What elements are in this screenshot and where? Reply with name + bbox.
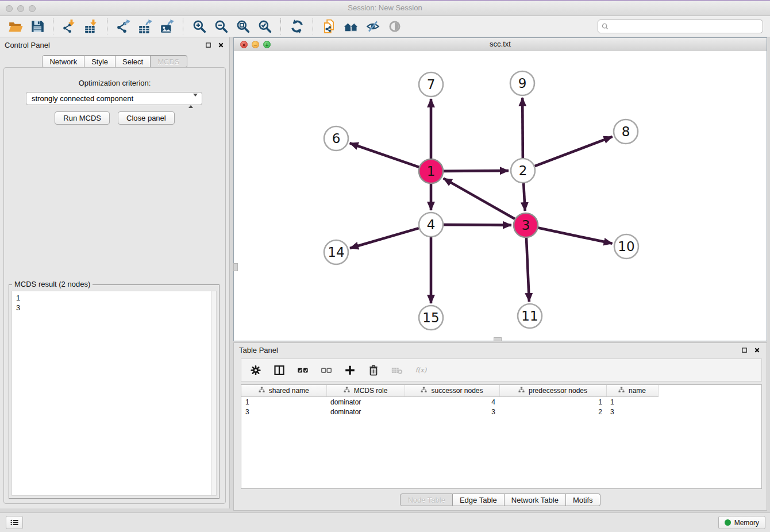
result-scrollbar[interactable] [211, 291, 216, 495]
tab-select[interactable]: Select [116, 55, 151, 68]
zoom-selected-icon[interactable] [256, 18, 274, 35]
float-table-panel-icon[interactable] [740, 346, 748, 354]
zoom-in-icon[interactable] [191, 18, 208, 35]
table-cell[interactable]: 3 [606, 407, 658, 417]
criterion-dropdown-value: strongly connected component [32, 94, 133, 103]
tab-edge-table[interactable]: Edge Table [453, 494, 505, 506]
clone-network-icon[interactable] [321, 18, 338, 35]
graph-edge-2-9[interactable] [522, 98, 523, 158]
hide-selected-icon[interactable] [364, 18, 382, 35]
close-panel-button[interactable]: Close panel [118, 111, 175, 125]
criterion-dropdown[interactable]: strongly connected component [26, 92, 202, 105]
tree-icon [421, 387, 427, 395]
tab-style[interactable]: Style [84, 55, 116, 68]
table-panel-tabs: Node TableEdge TableNetwork TableMotifs [400, 494, 600, 506]
table-cell[interactable]: 3 [405, 407, 499, 417]
table-panel-title: Table Panel [239, 346, 278, 354]
table-row[interactable]: 3dominator323 [241, 407, 658, 417]
table-cell[interactable]: dominator [326, 407, 405, 417]
select-all-rows-icon[interactable] [295, 363, 310, 377]
column-header-shared-name[interactable]: shared name [241, 385, 326, 397]
show-columns-icon[interactable] [272, 363, 287, 377]
graph-node-15[interactable]: 15 [419, 306, 443, 330]
export-network-icon[interactable] [115, 18, 132, 35]
table-row[interactable]: 1dominator411 [241, 397, 658, 407]
column-header-name[interactable]: name [606, 385, 658, 397]
graph-node-7[interactable]: 7 [419, 72, 443, 97]
toolbar-separator [280, 18, 282, 34]
graph-node-3[interactable]: 3 [514, 213, 538, 237]
graph-edge-3-1[interactable] [444, 178, 515, 219]
tab-network-table[interactable]: Network Table [505, 494, 566, 506]
search-input[interactable] [598, 20, 763, 33]
graph-node-9[interactable]: 9 [510, 71, 534, 95]
tab-network[interactable]: Network [42, 55, 84, 68]
graph-node-10[interactable]: 10 [614, 234, 638, 259]
graph-edge-3-11[interactable] [526, 238, 529, 302]
open-file-icon[interactable] [7, 18, 24, 35]
graph-edge-4-3[interactable] [444, 225, 511, 225]
graph-edge-4-14[interactable] [350, 228, 419, 248]
table-cell[interactable]: 3 [241, 407, 326, 417]
graph-node-1[interactable]: 1 [419, 159, 443, 183]
table-settings-icon[interactable] [248, 363, 263, 377]
graph-edge-1-6[interactable] [350, 143, 419, 167]
graph-edge-1-2[interactable] [444, 171, 509, 171]
table-cell[interactable]: 1 [241, 397, 326, 407]
column-header-successor-nodes[interactable]: successor nodes [405, 385, 499, 397]
first-neighbors-icon[interactable] [342, 18, 360, 35]
run-mcds-button[interactable]: Run MCDS [55, 111, 110, 125]
splitter-handle-left[interactable] [233, 263, 238, 271]
deselect-all-rows-icon[interactable] [319, 363, 334, 377]
graph-node-11[interactable]: 11 [518, 304, 542, 328]
tab-mcds[interactable]: MCDS [151, 55, 187, 68]
tab-motifs[interactable]: Motifs [566, 494, 600, 506]
graph-node-8[interactable]: 8 [614, 119, 638, 144]
import-network-icon[interactable] [61, 18, 78, 35]
save-session-icon[interactable] [29, 18, 46, 35]
tab-node-table[interactable]: Node Table [400, 494, 453, 506]
add-column-icon[interactable] [342, 363, 357, 377]
table-cell[interactable]: dominator [326, 397, 405, 407]
optimization-criterion-label: Optimization criterion: [4, 79, 225, 87]
table-cell[interactable]: 4 [405, 397, 499, 407]
graph-edge-2-8[interactable] [535, 137, 613, 166]
control-panel-title: Control Panel [5, 41, 50, 49]
tree-icon [344, 387, 350, 395]
mcds-result-area[interactable]: 1 3 [11, 291, 217, 496]
table-cell[interactable]: 1 [499, 397, 606, 407]
network-graph: 7968124314101511 [234, 51, 767, 341]
splitter-handle-bottom[interactable] [494, 337, 502, 341]
export-image-icon[interactable] [159, 18, 176, 35]
node-table: shared nameMCDS rolesuccessor nodesprede… [241, 384, 762, 489]
table-cell[interactable]: 1 [606, 397, 658, 407]
float-panel-icon[interactable] [204, 41, 212, 49]
column-header-MCDS-role[interactable]: MCDS role [326, 385, 405, 397]
close-panel-icon[interactable] [217, 41, 225, 49]
mcds-result-text: 1 3 [12, 291, 216, 313]
task-history-button[interactable] [6, 516, 23, 529]
graph-node-14[interactable]: 14 [324, 240, 348, 264]
search-box [598, 20, 763, 33]
zoom-out-icon[interactable] [213, 18, 230, 35]
graph-edge-2-3[interactable] [523, 183, 525, 211]
show-all-icon[interactable] [386, 18, 403, 35]
network-canvas[interactable]: 7968124314101511 [234, 51, 767, 341]
zoom-fit-icon[interactable] [234, 18, 252, 35]
tree-icon [618, 387, 625, 395]
memory-button[interactable]: Memory [718, 516, 765, 529]
graph-node-6[interactable]: 6 [324, 126, 348, 151]
graph-node-2[interactable]: 2 [511, 159, 535, 183]
graph-node-4[interactable]: 4 [419, 213, 443, 237]
column-header-predecessor-nodes[interactable]: predecessor nodes [499, 385, 606, 397]
import-table-icon[interactable] [83, 18, 100, 35]
apply-layout-icon[interactable] [288, 18, 306, 35]
graph-edge-3-10[interactable] [538, 228, 613, 244]
close-table-panel-icon[interactable] [753, 346, 761, 354]
delete-column-icon[interactable] [366, 363, 381, 377]
table-cell[interactable]: 2 [499, 407, 606, 417]
dropdown-stepper-icon [188, 95, 198, 107]
network-window-titlebar[interactable]: × − + scc.txt [234, 38, 767, 52]
export-table-icon[interactable] [137, 18, 154, 35]
svg-text:7: 7 [427, 77, 436, 92]
